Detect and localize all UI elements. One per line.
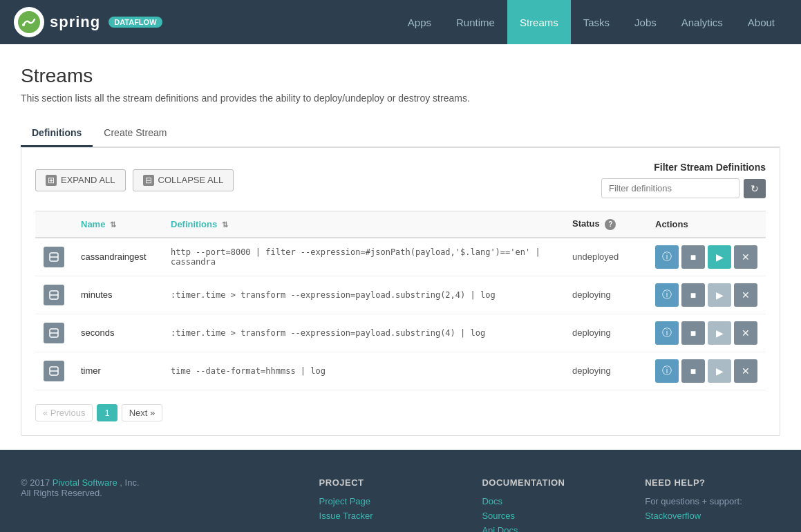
footer-inner: © 2017 Pivotal Software , Inc. All Right… (21, 477, 780, 533)
play-button[interactable]: ▶ (708, 359, 731, 383)
row-status: deploying (564, 276, 647, 314)
issue-tracker-link[interactable]: Issue Tracker (319, 511, 455, 521)
collapse-all-icon: ⊟ (143, 175, 154, 186)
row-name: minutes (73, 276, 162, 314)
filter-section: Filter Stream Definitions ↻ (601, 162, 766, 198)
row-actions: ⓘ ■ ▶ ✕ (647, 276, 766, 314)
expand-all-icon: ⊞ (46, 175, 57, 186)
col-header-definitions: Definitions ⇅ (162, 211, 564, 238)
stop-button[interactable]: ■ (681, 283, 705, 307)
page-1-button[interactable]: 1 (97, 404, 117, 421)
help-text: For questions + support: (645, 496, 780, 506)
pagination: « Previous 1 Next » (35, 404, 766, 421)
play-button[interactable]: ▶ (708, 245, 731, 269)
row-status: deploying (564, 352, 647, 390)
delete-button[interactable]: ✕ (734, 283, 757, 307)
info-button[interactable]: ⓘ (655, 321, 679, 345)
table-header-row: Name ⇅ Definitions ⇅ Status ? Actions (35, 211, 766, 238)
expand-all-button[interactable]: ⊞ EXPAND ALL (35, 169, 126, 191)
row-actions: ⓘ ■ ▶ ✕ (647, 238, 766, 276)
filter-row: ↻ (601, 178, 766, 198)
collapse-all-button[interactable]: ⊟ COLLAPSE ALL (133, 169, 234, 191)
toolbar: ⊞ EXPAND ALL ⊟ COLLAPSE ALL Filter Strea… (35, 162, 766, 198)
tab-create-stream[interactable]: Create Stream (93, 120, 178, 147)
stream-icon (44, 247, 64, 267)
col-header-status: Status ? (564, 211, 647, 238)
col-header-check (35, 211, 73, 238)
table-row: cassandraingest http --port=8000 | filte… (35, 238, 766, 276)
delete-button[interactable]: ✕ (734, 245, 757, 269)
stop-button[interactable]: ■ (681, 245, 705, 269)
streams-table: Name ⇅ Definitions ⇅ Status ? Actions (35, 211, 766, 390)
api-docs-link[interactable]: Api Docs (482, 525, 617, 533)
info-button[interactable]: ⓘ (655, 245, 679, 269)
stream-icon (44, 323, 64, 343)
refresh-button[interactable]: ↻ (744, 179, 766, 198)
play-button[interactable]: ▶ (708, 283, 731, 307)
definitions-sort-icon[interactable]: ⇅ (222, 220, 228, 229)
col-header-actions: Actions (647, 211, 766, 238)
help-heading: NEED HELP? (645, 477, 780, 488)
nav-about[interactable]: About (735, 0, 787, 44)
name-sort-icon[interactable]: ⇅ (110, 220, 116, 229)
delete-button[interactable]: ✕ (734, 359, 757, 383)
company-suffix: , Inc. (120, 477, 139, 488)
footer-docs: DOCUMENTATION Docs Sources Api Docs (482, 477, 617, 533)
col-header-name: Name ⇅ (73, 211, 162, 238)
status-help-icon[interactable]: ? (605, 219, 616, 230)
row-status: undeployed (564, 238, 647, 276)
nav-streams[interactable]: Streams (507, 0, 571, 44)
project-page-link[interactable]: Project Page (319, 496, 455, 506)
footer-project: PROJECT Project Page Issue Tracker (319, 477, 455, 533)
tab-definitions[interactable]: Definitions (21, 120, 93, 147)
filter-heading: Filter Stream Definitions (654, 162, 766, 173)
project-heading: PROJECT (319, 477, 455, 488)
nav-tasks[interactable]: Tasks (571, 0, 622, 44)
footer-copyright: © 2017 Pivotal Software , Inc. All Right… (21, 477, 292, 533)
stop-button[interactable]: ■ (681, 321, 705, 345)
row-icon-cell (35, 276, 73, 314)
logo-badge: DATAFLOW (109, 17, 162, 28)
row-actions: ⓘ ■ ▶ ✕ (647, 352, 766, 390)
next-page-button[interactable]: Next » (122, 404, 163, 421)
company-link[interactable]: Pivotal Software (53, 477, 117, 488)
row-status: deploying (564, 314, 647, 352)
nav-jobs[interactable]: Jobs (622, 0, 669, 44)
row-name: seconds (73, 314, 162, 352)
table-row: minutes :timer.time > transform --expres… (35, 276, 766, 314)
sources-link[interactable]: Sources (482, 511, 617, 521)
copyright-year: © 2017 (21, 477, 50, 488)
main-nav: Apps Runtime Streams Tasks Jobs Analytic… (395, 0, 787, 44)
tab-bar: Definitions Create Stream (21, 120, 780, 147)
header: spring DATAFLOW Apps Runtime Streams Tas… (0, 0, 801, 44)
rights-text: All Rights Reserved. (21, 488, 292, 498)
nav-analytics[interactable]: Analytics (669, 0, 735, 44)
filter-input[interactable] (601, 178, 739, 198)
page-description: This section lists all the stream defini… (21, 93, 780, 104)
nav-apps[interactable]: Apps (395, 0, 444, 44)
stop-button[interactable]: ■ (681, 359, 705, 383)
svg-point-1 (22, 23, 25, 26)
page-content: Streams This section lists all the strea… (0, 44, 801, 450)
prev-page-button[interactable]: « Previous (35, 404, 93, 421)
stream-icon (44, 285, 64, 305)
row-actions: ⓘ ■ ▶ ✕ (647, 314, 766, 352)
stackoverflow-link[interactable]: Stackoverflow (645, 511, 780, 521)
docs-link[interactable]: Docs (482, 496, 617, 506)
table-row: seconds :timer.time > transform --expres… (35, 314, 766, 352)
stream-icon (44, 361, 64, 381)
info-button[interactable]: ⓘ (655, 283, 679, 307)
definitions-card: ⊞ EXPAND ALL ⊟ COLLAPSE ALL Filter Strea… (21, 147, 780, 436)
nav-runtime[interactable]: Runtime (444, 0, 507, 44)
delete-button[interactable]: ✕ (734, 321, 757, 345)
table-row: timer time --date-format=hhmmss | log de… (35, 352, 766, 390)
row-name: timer (73, 352, 162, 390)
row-icon-cell (35, 352, 73, 390)
row-icon-cell (35, 238, 73, 276)
logo: spring DATAFLOW (14, 7, 395, 37)
page-title: Streams (21, 65, 780, 87)
info-button[interactable]: ⓘ (655, 359, 679, 383)
row-icon-cell (35, 314, 73, 352)
play-button[interactable]: ▶ (708, 321, 731, 345)
row-definition: time --date-format=hhmmss | log (162, 352, 564, 390)
